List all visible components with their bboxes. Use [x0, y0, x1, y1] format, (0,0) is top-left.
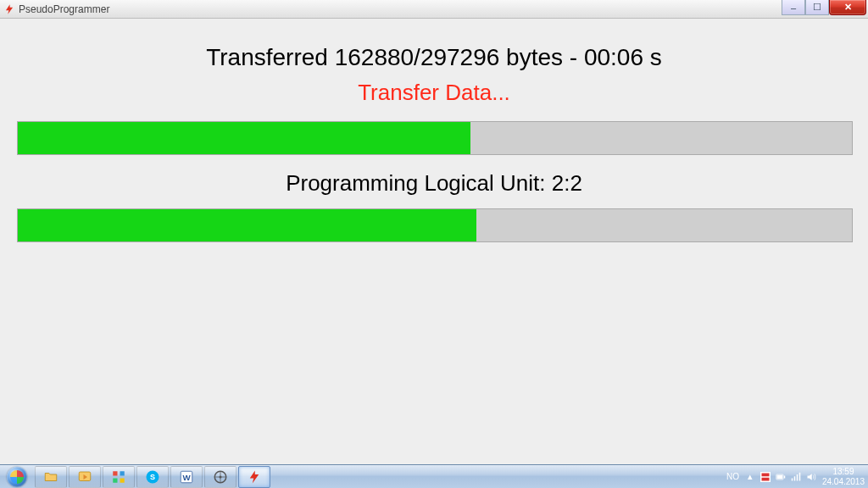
transfer-progress-fill	[18, 122, 470, 154]
logical-unit-text: Programming Logical Unit: 2:2	[17, 170, 851, 197]
svg-rect-3	[113, 478, 117, 482]
svg-rect-4	[120, 478, 125, 482]
folder-icon	[43, 469, 58, 485]
taskbar-items: S W	[34, 465, 271, 488]
taskbar-item-word[interactable]: W	[170, 466, 203, 488]
svg-text:W: W	[182, 472, 191, 481]
svg-rect-17	[792, 478, 793, 480]
grid-icon	[111, 469, 126, 485]
unit-progress-fill	[18, 209, 476, 241]
language-indicator[interactable]: NO	[726, 472, 739, 481]
skype-icon: S	[145, 469, 160, 485]
window-title: PseudoProgrammer	[19, 3, 109, 15]
battery-icon[interactable]	[775, 471, 787, 483]
svg-rect-15	[784, 475, 786, 478]
taskbar-item-skype[interactable]: S	[136, 466, 169, 488]
transfer-status-text: Transfer Data...	[17, 80, 851, 106]
svg-rect-18	[794, 476, 796, 480]
flag-icon[interactable]	[760, 471, 771, 483]
start-button[interactable]	[0, 465, 34, 489]
close-button[interactable]: ✕	[829, 0, 866, 15]
transfer-progress-text: Transferred 162880/297296 bytes - 00:06 …	[17, 44, 851, 71]
clock-date: 24.04.2013	[822, 477, 865, 487]
clock-time: 13:59	[822, 467, 865, 477]
chevron-up-icon[interactable]: ▴	[744, 471, 756, 483]
svg-rect-16	[776, 474, 782, 479]
compass-icon	[213, 469, 228, 485]
svg-rect-20	[799, 472, 801, 480]
transfer-progress-bar	[17, 121, 853, 155]
word-icon: W	[179, 469, 194, 485]
svg-text:S: S	[150, 473, 155, 481]
unit-progress-bar	[17, 208, 853, 242]
taskbar-item-pseudoprogrammer[interactable]	[238, 466, 270, 488]
taskbar: S W NO ▴	[0, 464, 868, 488]
taskbar-item-compass[interactable]	[204, 466, 236, 488]
svg-rect-19	[797, 474, 798, 481]
minimize-button[interactable]: –	[782, 0, 805, 15]
maximize-button[interactable]: ☐	[805, 0, 829, 15]
tray-icons: ▴	[744, 471, 817, 483]
speaker-icon[interactable]	[805, 471, 817, 483]
network-icon[interactable]	[790, 471, 802, 483]
system-tray: NO ▴ 13:59 24.04.2013	[726, 465, 868, 488]
svg-rect-2	[120, 471, 125, 475]
play-icon	[77, 469, 92, 485]
taskbar-item-media[interactable]	[69, 466, 101, 488]
lightning-icon	[247, 469, 262, 485]
lightning-icon	[3, 3, 15, 15]
taskbar-item-panels[interactable]	[103, 466, 135, 488]
taskbar-clock[interactable]: 13:59 24.04.2013	[822, 467, 865, 487]
svg-rect-1	[113, 471, 117, 475]
taskbar-item-explorer[interactable]	[35, 466, 67, 488]
client-area: Transferred 162880/297296 bytes - 00:06 …	[0, 19, 868, 464]
windows-logo-icon	[7, 467, 27, 487]
window-titlebar: PseudoProgrammer – ☐ ✕	[0, 0, 868, 19]
window-controls: – ☐ ✕	[782, 0, 866, 15]
